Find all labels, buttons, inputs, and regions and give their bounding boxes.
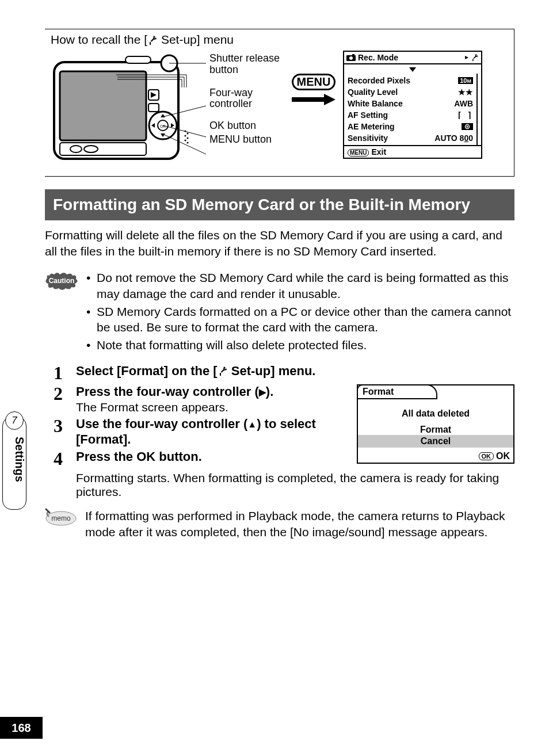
svg-rect-31 <box>352 54 354 56</box>
caution-list: Do not remove the SD Memory Card while t… <box>86 270 514 355</box>
svg-point-36 <box>467 126 468 128</box>
svg-point-17 <box>185 140 186 142</box>
chapter-label: Settings <box>3 434 26 482</box>
lcd-menu-list: Recorded Pixels10M Quality Level★★ White… <box>344 74 476 145</box>
recall-setup-box: How to recall the [ Set-up] menu OK <box>45 29 514 177</box>
cancel-option-selected: Cancel <box>358 435 513 448</box>
lcd-screen: Rec. Mode Recorded Pixels10M Quality Lev… <box>343 51 482 159</box>
caution-icon: Caution <box>45 271 78 355</box>
memo-block: memo If formatting was performed in Play… <box>45 508 514 541</box>
step-4: 4 Press the OK button. <box>45 449 349 468</box>
intro-paragraph: Formatting will delete all the files on … <box>45 227 514 260</box>
tool-icon <box>147 35 158 48</box>
svg-point-16 <box>187 138 189 139</box>
lcd-exit: Exit <box>371 147 386 156</box>
caution-item: Note that formatting will also delete pr… <box>86 337 514 353</box>
label-shutter: Shutter release button <box>209 53 284 76</box>
svg-point-18 <box>187 142 189 144</box>
label-ok: OK button <box>209 120 284 132</box>
menu-pill-small: MENU <box>348 149 369 156</box>
ok-label: OK <box>496 451 510 461</box>
svg-rect-7 <box>148 104 159 112</box>
chapter-number: 7 <box>5 411 24 430</box>
section-banner: Formatting an SD Memory Card or the Buil… <box>45 189 514 220</box>
metering-icon <box>462 123 473 130</box>
right-arrow-icon: ▶ <box>259 387 266 398</box>
memo-text: If formatting was performed in Playback … <box>85 508 514 541</box>
format-tab: Format <box>357 384 437 399</box>
step-3: 3 Use the four-way controller (▲) to sel… <box>45 417 349 447</box>
camera-labels: Shutter release button Four-way controll… <box>209 51 284 156</box>
svg-rect-2 <box>60 71 146 140</box>
lcd-next-tab-icon <box>464 54 479 62</box>
memo-icon: memo <box>45 508 77 526</box>
svg-point-5 <box>84 146 98 152</box>
step-1: 1 Select [Format] on the [ Set-up] menu. <box>45 364 514 382</box>
caution-item: Do not remove the SD Memory Card while t… <box>86 270 514 301</box>
svg-point-14 <box>187 133 189 135</box>
format-screen: Format All data deleted Format Cancel OK… <box>357 384 514 464</box>
chapter-tab: 7 Settings <box>2 417 26 510</box>
caution-block: Caution Do not remove the SD Memory Card… <box>45 270 514 355</box>
format-message: All data deleted <box>363 408 509 419</box>
sensitivity-value: AUTO 800 <box>434 133 473 143</box>
steps-list: 1 Select [Format] on the [ Set-up] menu.… <box>45 364 514 499</box>
step-4-sub: Formatting starts. When formatting is co… <box>76 471 514 499</box>
camera-diagram-row: OK Shutter release b <box>51 51 508 171</box>
svg-point-32 <box>349 56 353 60</box>
format-option: Format <box>363 425 509 435</box>
svg-rect-33 <box>472 59 474 61</box>
svg-text:Caution: Caution <box>49 277 75 285</box>
af-frame-icon: ⌈ ⌉ <box>458 110 473 120</box>
svg-rect-0 <box>150 42 151 45</box>
camera-icon <box>346 54 356 61</box>
page-number: 168 <box>0 717 43 739</box>
tool-icon <box>218 365 228 380</box>
lcd-scrollbar <box>476 74 481 145</box>
label-menu: MENU button <box>209 134 284 146</box>
arrow-right-icon <box>292 94 336 105</box>
svg-point-4 <box>70 146 82 152</box>
svg-point-15 <box>185 135 186 137</box>
svg-rect-38 <box>220 373 221 376</box>
svg-rect-29 <box>292 97 324 102</box>
svg-rect-11 <box>125 56 151 63</box>
menu-arrow: MENU <box>288 51 340 105</box>
svg-text:memo: memo <box>51 514 71 522</box>
label-fourway: Four-way controller <box>209 87 284 110</box>
menu-button-pill: MENU <box>292 74 336 90</box>
chevron-down-icon <box>409 67 416 72</box>
manual-page: 7 Settings 168 How to recall the [ Set-u… <box>0 0 549 756</box>
recall-title: How to recall the [ Set-up] menu <box>51 33 508 48</box>
lcd-title: Rec. Mode <box>358 53 462 62</box>
camera-illustration: OK <box>51 51 206 171</box>
ok-pill: OK <box>479 452 494 460</box>
step-2: 2 Press the four-way controller (▶). The… <box>45 384 349 414</box>
caution-item: SD Memory Cards formatted on a PC or dev… <box>86 304 514 335</box>
up-arrow-icon: ▲ <box>247 419 257 430</box>
